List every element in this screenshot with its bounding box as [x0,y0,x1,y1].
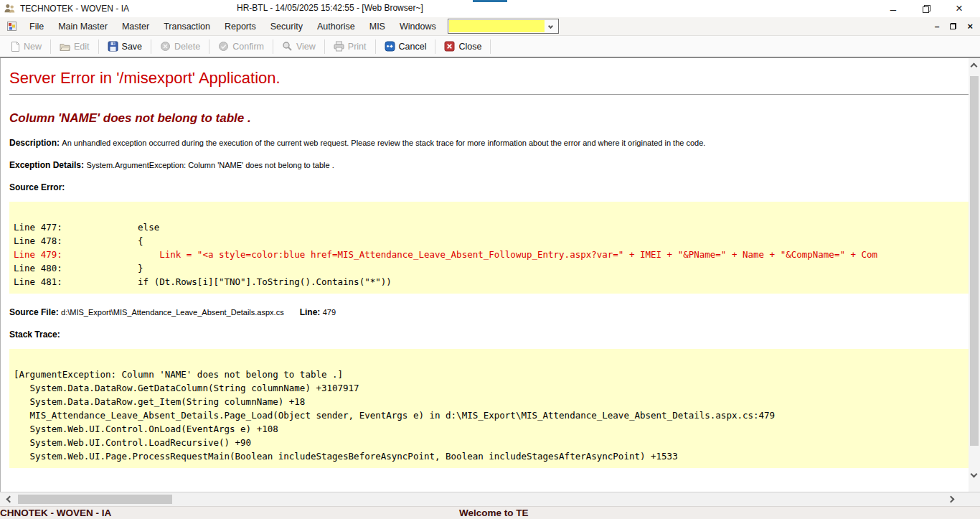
chevron-down-icon[interactable] [545,20,557,32]
server-error-page: Server Error in '/misexport' Application… [1,69,980,468]
line-number: 479 [323,308,336,317]
code-line: Line 481: if (Dt.Rows[i]["TNO"].ToString… [14,275,970,289]
vertical-scrollbar-thumb[interactable] [970,76,979,446]
print-icon [334,41,344,52]
toolbar-separator [151,39,151,54]
menu-item-authorise[interactable]: Authorise [310,19,362,34]
exception-details-text: System.ArgumentException: Column 'NAME' … [86,161,334,169]
stack-trace-line: System.Data.DataRow.get_Item(String colu… [14,395,970,408]
combobox-value [449,20,545,32]
toolbar-separator [490,39,491,54]
horizontal-scrollbar[interactable] [0,492,980,506]
browser-content-area: Server Error in '/misexport' Application… [0,58,980,492]
stack-trace-line: System.Web.UI.Control.LoadRecursive() +9… [14,436,970,449]
description-label: Description: [9,138,62,148]
edit-button[interactable]: Edit [53,39,96,54]
exception-details-row: Exception Details: System.ArgumentExcept… [9,160,980,170]
scroll-right-icon[interactable] [948,496,955,503]
save-floppy-icon [108,41,118,52]
stack-trace-line: System.Web.UI.Control.OnLoad(EventArgs e… [14,422,970,436]
error-message: Column 'NAME' does not belong to table . [9,111,980,126]
stack-trace-label: Stack Trace: [9,329,60,340]
source-error-row: Source Error: [9,182,980,192]
toolbar-separator [273,39,273,54]
code-line: Line 480: } [14,261,970,275]
top-accent-strip [473,0,507,2]
scroll-up-icon[interactable] [971,63,978,70]
menubar: FileMain MasterMasterTransactionReportsS… [0,17,980,36]
minimize-icon[interactable]: – [877,0,910,17]
code-line: Line 478: { [14,234,970,248]
description-text: An unhandled exception occurred during t… [62,139,705,147]
statusbar-welcome-text: Welcome to TE [459,507,529,519]
mdi-restore-icon[interactable] [950,23,956,29]
statusbar-company-text: CHNOTEK - WOVEN - IA [0,507,111,519]
mdi-minimize-icon[interactable]: – [935,22,940,32]
line-label: Line: [300,307,323,317]
window-selector-combobox[interactable] [448,19,559,34]
menu-item-transaction[interactable]: Transaction [156,19,217,34]
toolbar-separator [324,39,325,54]
source-error-label: Source Error: [9,182,65,192]
stack-trace-line: MIS_Attendance_Leave_Absent_Details.Page… [14,408,970,422]
mdi-window-controls: – × [935,21,973,32]
toolbar: New Edit Save Delete Confirm View Print [0,36,980,58]
app-users-icon [4,3,16,14]
menu-item-reports[interactable]: Reports [217,19,263,34]
view-button[interactable]: View [275,39,322,54]
code-line: Line 477: else [14,220,970,234]
stack-trace-line: [ArgumentException: Column 'NAME' does n… [14,368,970,381]
toolbar-separator [50,39,51,54]
new-button[interactable]: New [4,39,48,55]
source-error-code-block: Line 477: elseLine 478: {Line 479: Link … [9,202,970,294]
scroll-down-icon[interactable] [971,471,978,478]
delete-button[interactable]: Delete [154,39,207,54]
error-description-row: Description: An unhandled exception occu… [9,138,980,148]
cancel-button[interactable]: Cancel [378,39,433,54]
save-button[interactable]: Save [101,39,149,54]
stack-trace-block: [ArgumentException: Column 'NAME' does n… [9,349,970,468]
exception-details-label: Exception Details: [9,160,86,170]
horizontal-scrollbar-thumb[interactable] [18,495,172,504]
divider [9,94,970,95]
close-icon [444,41,455,52]
stack-trace-line [14,354,970,368]
new-document-icon [11,41,20,52]
toolbar-separator [435,39,435,54]
menu-item-windows[interactable]: Windows [392,19,443,34]
form-window-icon [7,22,17,31]
scroll-left-icon[interactable] [6,496,14,503]
vertical-scrollbar[interactable] [969,58,980,492]
source-file-row: Source File: d:\MIS_Export\MIS_Attendanc… [9,307,980,317]
code-line: Line 479: Link = "<a style=color:blue hr… [14,248,970,261]
source-file-label: Source File: [9,307,61,317]
confirm-button[interactable]: Confirm [212,39,270,54]
view-magnifier-icon [282,41,293,52]
statusbar: CHNOTEK - WOVEN - IA Welcome to TE [0,506,980,519]
menu-item-master[interactable]: Master [115,19,156,34]
toolbar-separator [98,39,99,54]
app-title: TECHNOTEK - WOVEN - IA [20,4,129,14]
stack-trace-line: System.Web.UI.Page.ProcessRequestMain(Bo… [14,449,970,463]
code-line [14,207,970,220]
titlebar: TECHNOTEK - WOVEN - IA HR-BTL - 14/05/20… [0,0,980,17]
restore-icon[interactable] [910,0,943,17]
error-page-title: Server Error in '/misexport' Application… [9,69,980,88]
stack-trace-line: System.Data.DataRow.GetDataColumn(String… [14,381,970,395]
menu-item-file[interactable]: File [22,19,51,34]
print-button[interactable]: Print [327,39,373,54]
toolbar-separator [209,39,209,54]
mdi-close-icon[interactable]: × [967,21,973,32]
menu-item-security[interactable]: Security [263,19,310,34]
toolbar-separator [375,39,376,54]
menu: FileMain MasterMasterTransactionReportsS… [22,19,443,34]
stack-trace-row: Stack Trace: [9,329,980,340]
delete-icon [160,41,171,52]
window-title: HR-BTL - 14/05/2025 15:42:55 - [Web Brow… [237,3,423,13]
source-file-path: d:\MIS_Export\MIS_Attendance_Leave_Absen… [61,308,284,317]
menu-item-mis[interactable]: MIS [362,19,392,34]
close-icon[interactable]: × [943,0,976,17]
menu-item-main-master[interactable]: Main Master [51,19,115,34]
edit-folder-icon [60,42,70,52]
close-button[interactable]: Close [438,39,488,54]
